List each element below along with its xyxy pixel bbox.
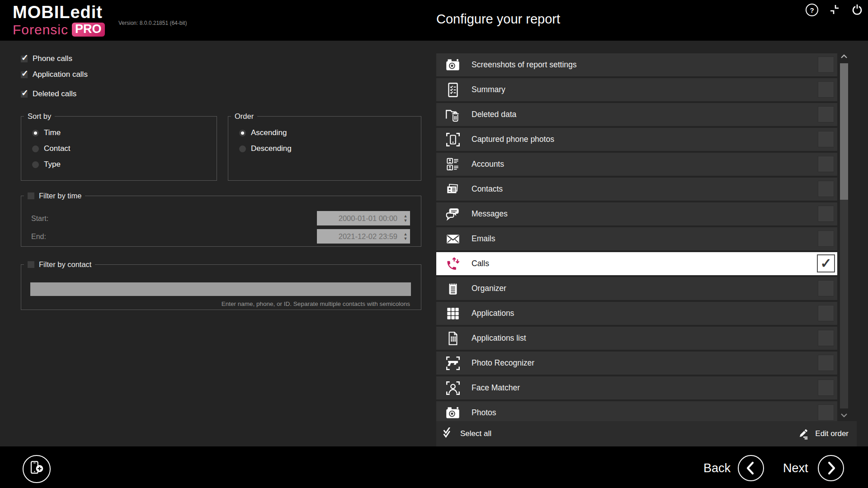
sort-by-type-option[interactable]: Type: [32, 160, 217, 169]
phone-calls-option[interactable]: Phone calls: [21, 54, 72, 63]
order-ascending-radio[interactable]: [239, 130, 246, 136]
report-section-row-accounts[interactable]: Accounts: [436, 153, 837, 176]
sort-by-time-option[interactable]: Time: [32, 128, 217, 137]
end-spinner-arrows[interactable]: ▲▼: [401, 232, 410, 240]
filter-by-contact-legend: Filter by contact: [39, 260, 91, 269]
next-button[interactable]: [818, 455, 844, 481]
end-datetime-input[interactable]: 2021-12-02 23:59 ▲▼: [317, 229, 410, 244]
report-section-checkbox[interactable]: [818, 131, 834, 147]
scrollbar-down-button[interactable]: [840, 409, 848, 421]
edit-order-label: Edit order: [815, 429, 849, 438]
sort-by-contact-radio[interactable]: [32, 145, 39, 152]
power-button[interactable]: [851, 3, 863, 15]
report-section-checkbox[interactable]: [818, 156, 834, 172]
chevron-down-icon: [840, 412, 848, 418]
order-ascending-label: Ascending: [251, 128, 287, 137]
contact-filter-hint: Enter name, phone, or ID. Separate multi…: [222, 300, 410, 307]
report-section-label: Applications list: [472, 333, 526, 343]
report-section-row-applications[interactable]: Applications: [436, 302, 837, 325]
filter-by-time-legend: Filter by time: [39, 192, 81, 200]
emails-icon: [444, 230, 462, 248]
logo-text-mobiledit: MOBILedit: [13, 4, 105, 21]
order-descending-option[interactable]: Descending: [239, 144, 421, 153]
sort-by-type-label: Type: [44, 160, 61, 169]
report-section-label: Captured phone photos: [472, 135, 554, 144]
start-spinner-arrows[interactable]: ▲▼: [401, 214, 410, 222]
end-datetime-value: 2021-12-02 23:59: [317, 232, 401, 241]
report-section-row-photo-recognizer[interactable]: Photo Recognizer: [436, 352, 837, 375]
version-label: Version: 8.0.0.21851 (64-bit): [118, 20, 187, 26]
help-icon: ?: [810, 6, 814, 14]
report-section-checkbox[interactable]: [818, 305, 834, 321]
report-section-row-face-matcher[interactable]: Face Matcher: [436, 376, 837, 399]
report-section-row-screenshots-of-report-settings[interactable]: Screenshots of report settings: [436, 53, 837, 76]
report-section-row-messages[interactable]: Messages: [436, 202, 837, 225]
phone-calls-checkbox[interactable]: [21, 56, 28, 62]
report-section-row-organizer[interactable]: Organizer: [436, 277, 837, 300]
spinner-up-icon[interactable]: ▲: [404, 232, 408, 236]
back-label: Back: [703, 461, 731, 475]
help-button[interactable]: ?: [806, 4, 818, 16]
report-section-checkbox[interactable]: [818, 330, 834, 346]
applications-icon: [444, 305, 462, 322]
page-title: Configure your report: [436, 12, 560, 27]
order-descending-radio[interactable]: [239, 145, 246, 152]
report-section-row-calls[interactable]: Calls✓: [436, 252, 837, 275]
report-section-row-contacts[interactable]: Contacts: [436, 178, 837, 201]
report-section-row-emails[interactable]: Emails: [436, 227, 837, 250]
report-section-row-deleted-data[interactable]: Deleted data: [436, 103, 837, 126]
sort-by-time-radio[interactable]: [32, 130, 39, 136]
chevron-left-icon: [739, 456, 763, 480]
back-button[interactable]: [738, 455, 764, 481]
chevron-up-icon: [840, 53, 848, 60]
report-section-label: Photos: [472, 408, 496, 418]
deleted-calls-checkbox[interactable]: [21, 91, 28, 98]
report-section-row-applications-list[interactable]: Applications list: [436, 327, 837, 350]
select-all-label: Select all: [460, 429, 491, 438]
collapse-window-button[interactable]: [829, 4, 840, 15]
application-calls-checkbox[interactable]: [21, 71, 28, 78]
report-section-checkbox[interactable]: [818, 355, 834, 371]
report-section-checkbox[interactable]: [818, 181, 834, 197]
deleted-calls-option[interactable]: Deleted calls: [21, 89, 76, 99]
sort-by-type-radio[interactable]: [32, 161, 39, 168]
sort-by-contact-label: Contact: [44, 144, 71, 153]
report-section-checkbox[interactable]: [818, 404, 834, 421]
report-section-checkbox[interactable]: ✓: [817, 254, 835, 272]
report-section-checkbox[interactable]: [818, 206, 834, 222]
report-section-checkbox[interactable]: [818, 106, 834, 122]
edit-order-button[interactable]: Edit order: [797, 427, 849, 440]
captured-phone-icon: [444, 131, 462, 148]
report-section-checkbox[interactable]: [818, 230, 834, 247]
application-calls-option[interactable]: Application calls: [21, 70, 88, 79]
report-section-row-summary[interactable]: Summary: [436, 78, 837, 101]
contact-filter-input[interactable]: [30, 282, 411, 296]
spinner-down-icon[interactable]: ▼: [404, 219, 408, 222]
report-section-checkbox[interactable]: [818, 56, 834, 73]
sections-scrollbar[interactable]: [840, 51, 848, 421]
spinner-up-icon[interactable]: ▲: [404, 214, 408, 218]
order-ascending-option[interactable]: Ascending: [239, 128, 421, 137]
report-section-row-captured-phone-photos[interactable]: Captured phone photos: [436, 128, 837, 151]
deleted-calls-label: Deleted calls: [33, 89, 76, 99]
calls-icon: [444, 255, 462, 272]
filter-by-time-checkbox[interactable]: [28, 192, 34, 199]
connect-phone-button[interactable]: [23, 455, 51, 483]
report-section-checkbox[interactable]: [818, 81, 834, 98]
sort-by-contact-option[interactable]: Contact: [32, 144, 217, 153]
filter-by-contact-checkbox[interactable]: [28, 261, 34, 268]
order-legend: Order: [235, 112, 254, 121]
report-section-checkbox[interactable]: [818, 280, 834, 296]
report-section-checkbox[interactable]: [818, 380, 834, 396]
scrollbar-up-button[interactable]: [840, 51, 848, 62]
sections-action-bar: Select all Edit order: [436, 421, 857, 446]
order-group: Order Ascending Descending: [228, 112, 421, 181]
report-section-row-photos[interactable]: Photos: [436, 401, 837, 421]
scrollbar-thumb[interactable]: [840, 63, 848, 200]
applications-list-icon: [444, 330, 462, 347]
start-datetime-input[interactable]: 2000-01-01 00:00 ▲▼: [317, 211, 410, 225]
deleted-data-icon: [444, 106, 462, 123]
spinner-down-icon[interactable]: ▼: [404, 237, 408, 240]
order-descending-label: Descending: [251, 144, 292, 153]
select-all-button[interactable]: Select all: [442, 427, 491, 440]
